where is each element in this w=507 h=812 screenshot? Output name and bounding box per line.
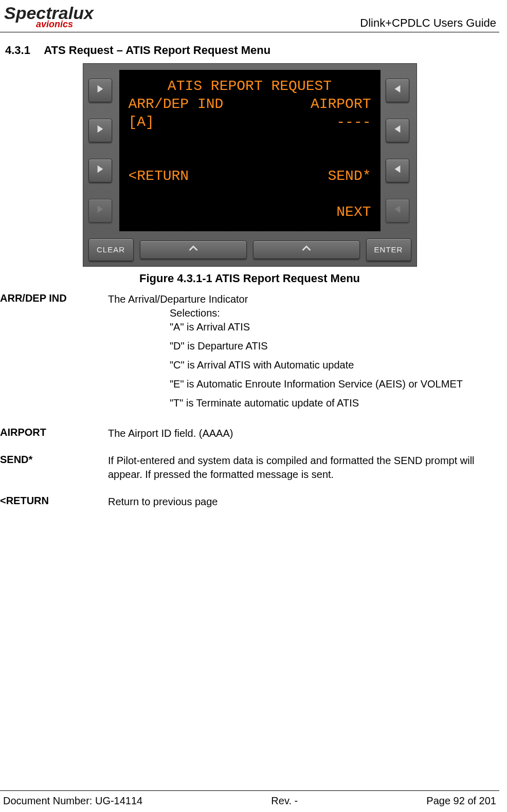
screen-blank-2: [129, 149, 371, 167]
def-arrdep: ARR/DEP IND The Arrival/Departure Indica…: [0, 292, 499, 423]
document-title: Dlink+CPDLC Users Guide: [360, 16, 499, 30]
screen-blank-3: [129, 185, 371, 203]
svg-marker-1: [97, 125, 103, 133]
figure-caption: Figure 4.3.1-1 ATIS Report Request Menu: [0, 272, 499, 285]
def-body-return: Return to previous page: [108, 495, 499, 509]
screen-row-4: NEXT: [129, 203, 371, 221]
lsk-l3-button[interactable]: [88, 159, 112, 182]
section-title: ATS Request – ATIS Report Request Menu: [44, 44, 270, 57]
logo-block: Spectralux avionics: [0, 5, 94, 30]
lsk-r1-button[interactable]: [386, 79, 409, 102]
label-airport: AIRPORT: [311, 95, 371, 113]
svg-marker-0: [97, 85, 103, 93]
lsk-r2-button[interactable]: [386, 119, 409, 142]
svg-marker-3: [97, 206, 103, 213]
svg-marker-6: [394, 165, 400, 173]
svg-marker-7: [394, 206, 400, 213]
page-footer: Document Number: UG-14114 Rev. - Page 92…: [0, 790, 499, 807]
screen-blank-1: [129, 131, 371, 149]
def-return: <RETURN Return to previous page: [0, 495, 499, 509]
arrdep-opt-e: "E" is Automatic Enroute Information Ser…: [170, 377, 499, 391]
definitions-list: ARR/DEP IND The Arrival/Departure Indica…: [0, 292, 499, 522]
footer-page: Page 92 of 201: [426, 795, 496, 807]
lsk-r4-button[interactable]: [386, 199, 409, 223]
lsk-l1-button[interactable]: [88, 79, 112, 102]
play-left-icon: [393, 205, 402, 216]
value-arrdep: [A]: [129, 113, 154, 131]
def-term-return: <RETURN: [0, 495, 108, 509]
def-airport: AIRPORT The Airport ID field. (AAAA): [0, 427, 499, 440]
scroll-up-2-button[interactable]: [253, 241, 360, 259]
chevron-up-icon: [302, 244, 311, 255]
def-body-airport: The Airport ID field. (AAAA): [108, 427, 499, 440]
lsk-r3-button[interactable]: [386, 159, 409, 182]
screen-row-3: <RETURN SEND*: [129, 167, 371, 185]
play-left-icon: [393, 164, 402, 176]
arrdep-selections-label: Selections:: [170, 306, 499, 320]
screen-row-2: [A] ----: [129, 113, 371, 131]
play-right-icon: [96, 205, 105, 216]
def-send: SEND* If Pilot-entered and system data i…: [0, 454, 499, 482]
footer-docnum: Document Number: UG-14114: [3, 795, 142, 807]
value-airport: ----: [336, 113, 371, 131]
cdu-device: ATIS REPORT REQUEST ARR/DEP IND AIRPORT …: [83, 63, 417, 267]
svg-marker-4: [394, 85, 400, 93]
def-term-arrdep: ARR/DEP IND: [0, 292, 108, 423]
prompt-send: SEND*: [328, 167, 371, 185]
play-left-icon: [393, 84, 402, 96]
clear-button[interactable]: CLEAR: [88, 238, 134, 261]
svg-marker-2: [97, 165, 103, 173]
label-arrdep: ARR/DEP IND: [129, 95, 224, 113]
page-header: Spectralux avionics Dlink+CPDLC Users Gu…: [0, 5, 499, 32]
prompt-next: NEXT: [336, 203, 371, 221]
def-term-airport: AIRPORT: [0, 427, 108, 440]
svg-marker-5: [394, 125, 400, 133]
play-right-icon: [96, 84, 105, 96]
arrdep-opt-a: "A" is Arrival ATIS: [170, 320, 499, 334]
enter-button[interactable]: ENTER: [366, 238, 411, 261]
def-body-send: If Pilot-entered and system data is comp…: [108, 454, 499, 482]
arrdep-opt-t: "T" is Terminate automatic update of ATI…: [170, 396, 499, 410]
play-right-icon: [96, 164, 105, 176]
arrdep-intro: The Arrival/Departure Indicator: [108, 292, 499, 306]
lsk-l2-button[interactable]: [88, 119, 112, 142]
arrdep-opt-c: "C" is Arrival ATIS with Automatic updat…: [170, 358, 499, 372]
play-right-icon: [96, 124, 105, 136]
scroll-up-1-button[interactable]: [140, 241, 247, 259]
screen-title: ATIS REPORT REQUEST: [129, 77, 371, 95]
arrdep-opt-d: "D" is Departure ATIS: [170, 339, 499, 353]
play-left-icon: [393, 124, 402, 136]
device-top-row: ATIS REPORT REQUEST ARR/DEP IND AIRPORT …: [88, 70, 411, 231]
chevron-up-icon: [189, 244, 198, 255]
def-term-send: SEND*: [0, 454, 108, 482]
device-bottom-row: CLEAR ENTER: [88, 238, 411, 261]
left-lsk-column: [88, 70, 114, 231]
def-body-arrdep: The Arrival/Departure Indicator Selectio…: [108, 292, 499, 423]
right-lsk-column: [386, 70, 411, 231]
screen-row-1: ARR/DEP IND AIRPORT: [129, 95, 371, 113]
section-heading: 4.3.1 ATS Request – ATIS Report Request …: [5, 44, 499, 57]
cdu-screen: ATIS REPORT REQUEST ARR/DEP IND AIRPORT …: [119, 70, 381, 231]
prompt-return: <RETURN: [129, 167, 189, 185]
section-number: 4.3.1: [5, 44, 41, 57]
footer-rev: Rev. -: [271, 795, 298, 807]
lsk-l4-button[interactable]: [88, 199, 112, 223]
